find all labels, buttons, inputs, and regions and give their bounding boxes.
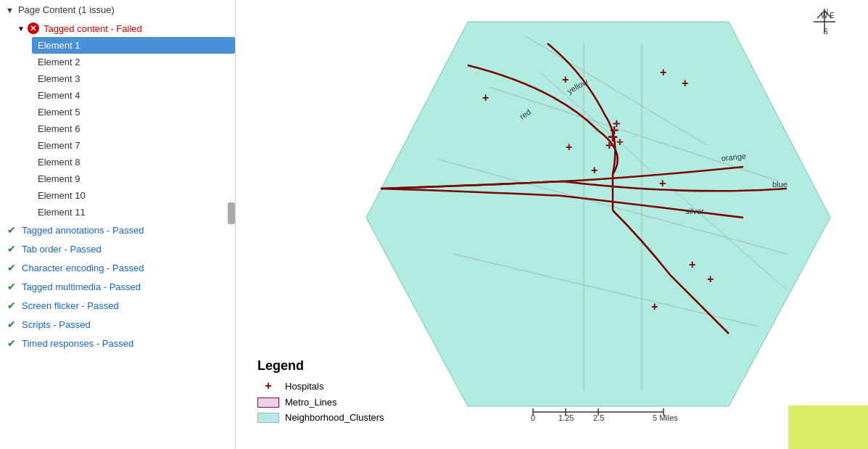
failed-icon: ✕ xyxy=(28,22,39,34)
hospital-5: + xyxy=(566,141,572,153)
svg-text:✛: ✛ xyxy=(613,119,620,129)
page-content-header[interactable]: ▼ Page Content (1 issue) xyxy=(0,0,235,20)
hospital-1: + xyxy=(482,91,489,104)
tagged-content-row[interactable]: ▼ ✕ Tagged content - Failed xyxy=(0,20,235,37)
legend-title: Legend xyxy=(257,358,384,374)
hospital-symbol: + xyxy=(257,379,279,392)
timed-responses-label[interactable]: Timed responses - Passed xyxy=(22,338,133,349)
tagged-content-label: Tagged content - Failed xyxy=(44,23,142,34)
check-icon: ✔ xyxy=(6,224,17,236)
yellow-highlight-box xyxy=(788,405,868,449)
hospital-9: + xyxy=(707,273,714,285)
svg-text:E: E xyxy=(830,12,835,20)
svg-text:0: 0 xyxy=(531,413,535,421)
hospital-4: + xyxy=(682,77,688,89)
tagged-multimedia-label[interactable]: Tagged multimedia - Passed xyxy=(22,281,141,292)
element-item-4[interactable]: Element 4 xyxy=(32,87,235,104)
element-item-5[interactable]: Element 5 xyxy=(32,104,235,120)
hospital-2: + xyxy=(562,73,569,86)
neighborhood-area-swatch xyxy=(257,413,279,423)
north-arrow: W E N S xyxy=(810,7,839,38)
legend-item-neighborhoods: Neighborhood_Clusters xyxy=(257,412,384,423)
legend: Legend + Hospitals Metro_Lines Neighborh… xyxy=(257,358,384,427)
screen-flicker-label[interactable]: Screen flicker - Passed xyxy=(22,300,119,311)
neighborhoods-label: Neighborhood_Clusters xyxy=(285,412,384,423)
element-item-8[interactable]: Element 8 xyxy=(32,154,235,170)
element-item-9[interactable]: Element 9 xyxy=(32,170,235,187)
timed-responses-row[interactable]: ✔ Timed responses - Passed xyxy=(0,334,235,353)
hospitals-label: Hospitals xyxy=(285,381,323,392)
svg-text:2.5: 2.5 xyxy=(593,413,604,421)
tagged-annotations-label[interactable]: Tagged annotations - Passed xyxy=(22,225,144,236)
check-icon: ✔ xyxy=(6,243,17,255)
svg-text:5 Miles: 5 Miles xyxy=(653,413,678,421)
tab-order-label[interactable]: Tab order - Passed xyxy=(22,244,102,255)
check-icon: ✔ xyxy=(6,281,17,292)
svg-marker-0 xyxy=(366,22,830,406)
chevron-expand-icon: ▼ xyxy=(17,25,25,33)
element-item-2[interactable]: Element 2 xyxy=(32,54,235,70)
metro-line-swatch xyxy=(257,397,279,408)
hospital-8: + xyxy=(689,258,695,271)
element-item-7[interactable]: Element 7 xyxy=(32,137,235,154)
check-icon: ✔ xyxy=(6,262,17,273)
check-icon: ✔ xyxy=(6,337,17,349)
scripts-label[interactable]: Scripts - Passed xyxy=(22,319,91,330)
hospital-7: + xyxy=(659,177,666,189)
legend-item-metro: Metro_Lines xyxy=(257,397,384,408)
silver-label: silver xyxy=(685,207,704,215)
element-item-3[interactable]: Element 3 xyxy=(32,70,235,87)
chevron-down-icon: ▼ xyxy=(6,6,14,15)
page-content-label: Page Content (1 issue) xyxy=(18,4,115,15)
character-encoding-label[interactable]: Character encoding - Passed xyxy=(22,263,144,273)
scrollbar-handle[interactable] xyxy=(228,202,235,224)
tagged-annotations-row[interactable]: ✔ Tagged annotations - Passed xyxy=(0,221,235,239)
metro-label: Metro_Lines xyxy=(285,397,337,408)
metro-symbol xyxy=(257,397,279,408)
scripts-row[interactable]: ✔ Scripts - Passed xyxy=(0,315,235,334)
element-item-6[interactable]: Element 6 xyxy=(32,120,235,137)
tab-order-row[interactable]: ✔ Tab order - Passed xyxy=(0,239,235,258)
svg-text:N: N xyxy=(823,8,828,16)
svg-text:✛: ✛ xyxy=(616,138,624,147)
check-icon: ✔ xyxy=(6,300,17,311)
hospital-10: + xyxy=(651,300,658,313)
right-panel: red yellow orange blue silver ✛ ✛ ✛ ✛ ✛ … xyxy=(236,0,868,449)
element-list: Element 1 Element 2 Element 3 Element 4 … xyxy=(0,37,235,221)
hospital-6: + xyxy=(591,164,598,176)
screen-flicker-row[interactable]: ✔ Screen flicker - Passed xyxy=(0,296,235,315)
svg-text:1.25: 1.25 xyxy=(558,413,574,421)
svg-text:✛: ✛ xyxy=(605,141,613,151)
blue-label: blue xyxy=(772,180,788,189)
tagged-multimedia-row[interactable]: ✔ Tagged multimedia - Passed xyxy=(0,277,235,296)
character-encoding-row[interactable]: ✔ Character encoding - Passed xyxy=(0,258,235,277)
check-icon: ✔ xyxy=(6,318,17,330)
scale-bar: 0 1.25 2.5 5 Miles xyxy=(526,401,685,424)
element-item-10[interactable]: Element 10 xyxy=(32,187,235,204)
element-item-11[interactable]: Element 11 xyxy=(32,204,235,221)
left-panel: ▼ Page Content (1 issue) ▼ ✕ Tagged cont… xyxy=(0,0,236,449)
svg-text:S: S xyxy=(823,28,828,36)
legend-item-hospitals: + Hospitals xyxy=(257,379,384,392)
neighborhood-symbol xyxy=(257,413,279,423)
hospital-3: + xyxy=(660,66,666,78)
element-item-1[interactable]: Element 1 xyxy=(32,37,235,54)
